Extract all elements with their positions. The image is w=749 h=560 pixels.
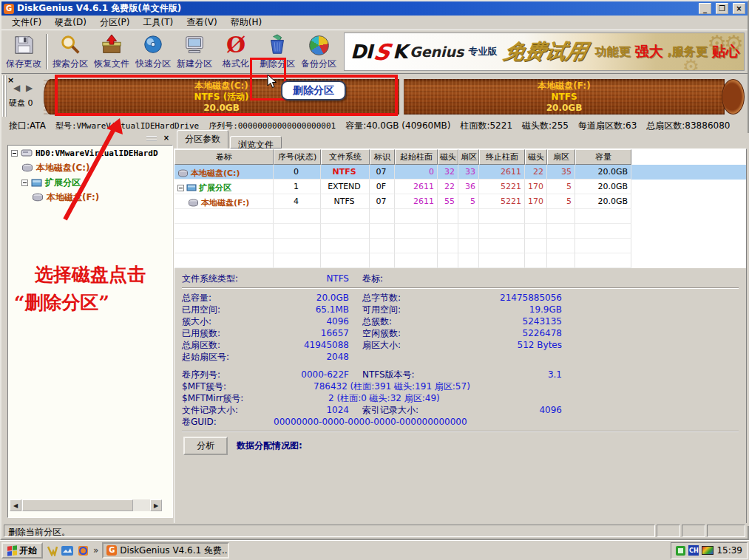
cylinder-end-cap (722, 79, 745, 115)
quicklaunch-desktop-icon[interactable] (61, 544, 74, 557)
taskbar-diskgenius-button[interactable]: G DiskGenius V4.6.1 免费... (102, 542, 229, 559)
maximize-button[interactable]: ❐ (716, 3, 728, 14)
start-button[interactable]: 开始 (1, 542, 43, 559)
mouse-cursor (266, 74, 279, 89)
main-area: × HD0:VMwareVirtualIDEHardD 本地磁盘(C:) (1, 133, 749, 526)
data-allocation-label: 数据分配情况图: (237, 440, 302, 452)
collapse-icon[interactable] (177, 185, 184, 191)
disk-info-line: 接口:ATA 型号:VMwareVirtualIDEHardDrive 序列号:… (1, 118, 748, 134)
volume-label-value (444, 273, 562, 284)
tree-item-extended[interactable]: 扩展分区 (18, 175, 172, 190)
table-row-empty (174, 209, 746, 224)
tree-item-disk-c[interactable]: 本地磁盘(C:) (18, 160, 172, 175)
search-partition-button[interactable]: 搜索分区 (50, 31, 91, 72)
disk-bar-area: × ◀ ▶ 硬盘 0 本地磁盘(C:) NTFS (活动) 20.0GB 本地磁… (1, 74, 748, 118)
harddisk-icon (21, 148, 33, 157)
partition-params-panel: 卷标 序号(状态) 文件系统 标识 起始柱面 磁头 扇区 终止柱面 磁头 扇区 … (174, 148, 747, 525)
disk-prev-next-arrows[interactable]: ◀ ▶ (13, 83, 34, 93)
table-row-disk-f[interactable]: 本地磁盘(F:) 4 NTFS 07 2611 55 5 5221 170 5 … (174, 194, 746, 209)
menu-tools[interactable]: 工具(T) (137, 15, 179, 30)
table-row-disk-c[interactable]: 本地磁盘(C:) 0 NTFS 07 0 32 33 2611 22 35 20… (174, 165, 746, 180)
menu-partition[interactable]: 分区(P) (94, 15, 136, 30)
partition-icon (32, 193, 44, 202)
recover-files-button[interactable]: 恢复文件 (91, 31, 132, 72)
disk-capacity: 容量:40.0GB (40960MB) (345, 120, 450, 132)
new-partition-button[interactable]: 新建分区 (174, 31, 215, 72)
tab-partition-params[interactable]: 分区参数 (177, 130, 228, 149)
partition-icon (177, 169, 189, 177)
tree-horizontal-scrollbar[interactable]: ◀ ▶ (10, 499, 162, 511)
disk-interface: 接口:ATA (9, 120, 46, 132)
extended-partition-icon (186, 184, 197, 191)
format-icon: Ø (226, 33, 245, 57)
disk-sectors-per-track: 每道扇区数:63 (578, 120, 637, 132)
menu-help[interactable]: 帮助(H) (225, 15, 268, 30)
status-bar: 删除当前分区。 (1, 523, 748, 539)
scroll-left-icon[interactable]: ◀ (10, 499, 21, 511)
collapse-icon[interactable] (21, 180, 28, 186)
display-tray-icon[interactable] (702, 546, 714, 555)
diskgenius-window: G DiskGenius V4.6.1 免费版(单文件版) _ ❐ × 文件(F… (0, 0, 749, 540)
language-indicator[interactable]: CH (688, 545, 699, 556)
disk-cylinders: 柱面数:5221 (460, 120, 512, 132)
menu-file[interactable]: 文件(F) (6, 15, 47, 30)
trash-icon (266, 33, 288, 57)
red-annotation-text: 选择磁盘点击 “删除分区” (8, 262, 172, 315)
pro-version-banner[interactable]: ⚙⚙ ⚙ DI S K Genius 专业版 免费试用 功能更 强大 ,服务更 … (344, 33, 745, 71)
quicklaunch-vmware-icon[interactable] (45, 544, 58, 557)
partition-f-segment[interactable]: 本地磁盘(F:) NTFS 20.0GB (404, 79, 725, 115)
app-icon: G (106, 545, 117, 556)
table-row-extended[interactable]: 扩展分区 1 EXTEND 0F 2611 22 36 5221 170 5 2… (174, 180, 746, 194)
scroll-right-icon[interactable]: ▶ (150, 499, 162, 511)
menu-disk[interactable]: 硬盘(D) (49, 15, 92, 30)
toolbar-gripper[interactable] (2, 75, 7, 117)
red-highlight-disk-bar (55, 75, 398, 116)
table-row-empty (174, 224, 746, 239)
filesystem-details: 文件系统类型: NTFS 卷标: 总容量:20.0GB总字节数:21475885… (174, 268, 746, 455)
analyze-button[interactable]: 分析 (183, 437, 228, 455)
pie-icon (309, 33, 329, 57)
quick-partition-button[interactable]: 快速分区 (132, 31, 174, 72)
clock: 15:39 (716, 545, 742, 556)
separator (182, 431, 739, 432)
close-button[interactable]: × (733, 3, 745, 14)
menu-view[interactable]: 查看(V) (180, 15, 223, 30)
tree-item-disk-f[interactable]: 本地磁盘(F:) (29, 190, 172, 205)
partition-table: 卷标 序号(状态) 文件系统 标识 起始柱面 磁头 扇区 终止柱面 磁头 扇区 … (174, 149, 746, 268)
disk-tree-panel: × HD0:VMwareVirtualIDEHardD 本地磁盘(C:) (7, 134, 173, 522)
quicklaunch-ie-icon[interactable] (76, 544, 89, 557)
gear-decoration-2: ⚙ (682, 55, 699, 71)
tree-panel-close-icon[interactable]: × (161, 134, 172, 143)
volume-label-label: 卷标: (349, 273, 444, 284)
extended-partition-icon (31, 179, 42, 187)
minimize-button[interactable]: _ (699, 3, 711, 14)
backup-partition-button[interactable]: 备份分区 (298, 31, 339, 72)
partition-icon (21, 163, 33, 172)
banner-slogan-1: 功能更 (594, 44, 630, 60)
monitor-icon (183, 33, 206, 57)
floppy-icon (13, 33, 35, 57)
vmware-tools-tray-icon[interactable] (676, 546, 685, 556)
disk-navigator: × ◀ ▶ 硬盘 0 (9, 75, 43, 114)
tree-item-hd0[interactable]: HD0:VMwareVirtualIDEHardD (8, 146, 172, 160)
status-pane (707, 525, 745, 537)
delete-partition-tooltip: 删除分区 (281, 81, 346, 100)
disk-index-label: 硬盘 0 (9, 98, 33, 109)
scrollbar-thumb[interactable] (22, 499, 133, 511)
window-title: DiskGenius V4.6.1 免费版(单文件版) (17, 2, 694, 15)
status-text: 删除当前分区。 (4, 525, 655, 537)
fs-type-label: 文件系统类型: (182, 273, 272, 284)
quicklaunch-overflow-chevron[interactable]: » (92, 545, 100, 556)
table-header-row: 卷标 序号(状态) 文件系统 标识 起始柱面 磁头 扇区 终止柱面 磁头 扇区 … (174, 149, 746, 165)
collapse-icon[interactable] (11, 150, 18, 157)
tab-bar: 分区参数 浏览文件 (174, 133, 747, 148)
banner-logo-di: DI (350, 41, 372, 63)
save-changes-button[interactable]: 保存更改 (3, 31, 44, 72)
banner-slogan-2: 强大 (634, 42, 662, 61)
panel-grip[interactable] (146, 136, 157, 141)
toolbar-separator (46, 34, 48, 69)
tab-browse-files[interactable]: 浏览文件 (230, 136, 282, 148)
partition-detail-panel: 分区参数 浏览文件 卷标 序号(状态) 文件系统 标识 起始柱面 磁头 扇区 (174, 133, 747, 525)
status-pane (657, 525, 680, 537)
banner-edition: 专业版 (468, 45, 497, 58)
